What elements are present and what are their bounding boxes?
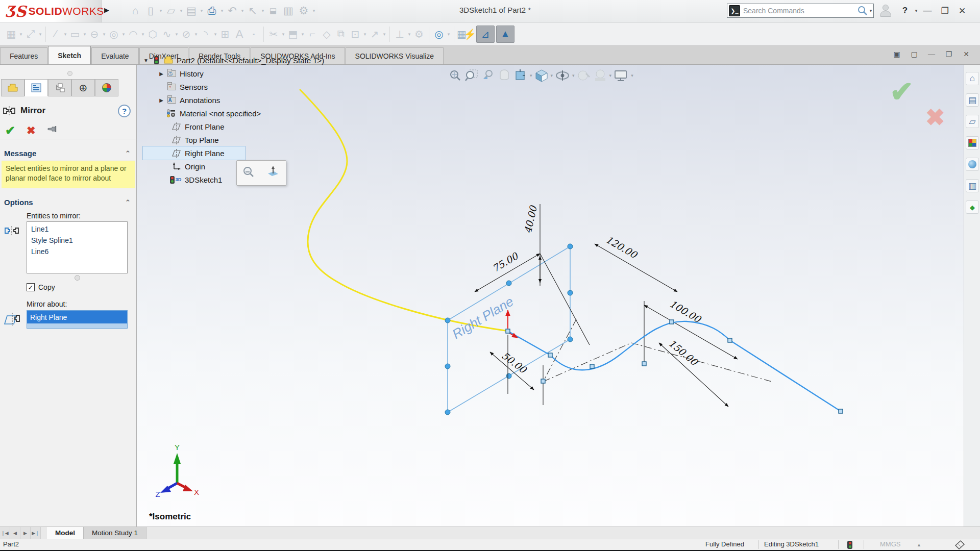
collapse-arrow-icon[interactable]: ▼: [143, 58, 149, 63]
move-entities-icon[interactable]: ↗: [368, 26, 382, 43]
tree-row-annotations[interactable]: ▶ A Annotations: [143, 93, 378, 107]
message-section-header[interactable]: Message⌃: [0, 146, 137, 160]
arc-icon[interactable]: ◠: [126, 26, 140, 43]
offset-entities-icon[interactable]: ⌐: [305, 26, 320, 43]
tab-dimxpertmanager[interactable]: ⊕: [71, 79, 95, 96]
tree-row-front-plane[interactable]: Front Plane: [143, 120, 378, 133]
sketch-fillet-icon[interactable]: ◝: [199, 26, 213, 43]
tab-motion-study[interactable]: Motion Study 1: [84, 527, 146, 539]
tab-configurationmanager[interactable]: [48, 79, 71, 96]
hide-show-dropdown-icon[interactable]: ▾: [572, 73, 575, 78]
status-tag-icon[interactable]: [953, 539, 966, 551]
custom-properties-icon[interactable]: ▥: [966, 179, 979, 192]
scroll-first-icon[interactable]: ❘◀: [0, 527, 10, 539]
units-caret-icon[interactable]: ▲: [917, 542, 921, 547]
help-icon[interactable]: ?: [896, 3, 914, 18]
plane-icon[interactable]: ⊞: [218, 26, 232, 43]
zoom-to-fit-icon[interactable]: [448, 68, 462, 83]
cancel-button[interactable]: ✖: [27, 124, 36, 137]
tab-model[interactable]: Model: [47, 527, 84, 539]
tab-propertymanager[interactable]: [24, 79, 48, 96]
convert-entities-icon[interactable]: ⬒: [286, 26, 300, 43]
tree-row-top-plane[interactable]: Top Plane: [143, 133, 378, 146]
select-dropdown-icon[interactable]: ▾: [260, 8, 265, 13]
doc-minimize-icon[interactable]: —: [925, 48, 938, 60]
expand-arrow-icon[interactable]: ▶: [158, 97, 164, 103]
repair-sketch-icon[interactable]: ⚙: [412, 26, 426, 43]
status-units[interactable]: MMGS: [880, 540, 900, 548]
view-palette-icon[interactable]: [966, 136, 979, 149]
display-style-dropdown-icon[interactable]: ▾: [551, 73, 553, 78]
list-item[interactable]: Line1: [31, 223, 123, 235]
point-icon[interactable]: ▪: [247, 26, 261, 43]
solidworks-forum-icon[interactable]: ◆: [966, 201, 979, 214]
search-input[interactable]: [743, 7, 857, 15]
sketch-points[interactable]: [506, 320, 843, 413]
undo-icon[interactable]: ↶: [225, 2, 240, 19]
previous-view-icon[interactable]: [481, 68, 495, 83]
collapse-chevron-icon[interactable]: ⌃: [125, 198, 131, 206]
spline-icon[interactable]: ∿: [160, 26, 174, 43]
display-style-icon[interactable]: [534, 68, 549, 83]
scroll-prev-icon[interactable]: ◀: [10, 527, 20, 539]
normal-to-icon[interactable]: [266, 165, 280, 181]
expand-arrow-icon[interactable]: ▶: [158, 71, 164, 77]
open-dropdown-icon[interactable]: ▾: [179, 8, 184, 13]
straight-slot-icon[interactable]: ⊖: [87, 26, 102, 43]
print-icon[interactable]: ⎙: [204, 2, 219, 19]
pin-button[interactable]: [47, 125, 59, 136]
solidworks-resources-icon[interactable]: ⌂: [966, 72, 979, 85]
save-dropdown-icon[interactable]: ▾: [199, 8, 204, 13]
tab-sketch[interactable]: Sketch: [48, 46, 91, 64]
print-dropdown-icon[interactable]: ▾: [219, 8, 225, 13]
sketch-picture-icon[interactable]: ▦⚡: [457, 26, 476, 43]
linear-sketch-pattern-icon[interactable]: ⊡: [348, 26, 362, 43]
appearances-scenes-icon[interactable]: [966, 158, 979, 171]
open-icon[interactable]: ▱: [163, 2, 179, 19]
quick-snaps-icon[interactable]: ◎: [432, 26, 446, 43]
design-library-icon[interactable]: ▤: [966, 93, 979, 107]
tree-row-part[interactable]: ▼ Part2 (Default<<Default>_Display State…: [143, 54, 378, 67]
home-icon[interactable]: ⌂: [128, 2, 143, 19]
zoom-to-area-icon[interactable]: [464, 68, 479, 83]
list-resize-grip[interactable]: [75, 275, 80, 281]
dim-120[interactable]: 120.00: [604, 234, 640, 261]
tree-part-label[interactable]: Part2 (Default<<Default>_Display State 1…: [177, 56, 324, 65]
restore-button[interactable]: ❐: [936, 3, 953, 18]
help-dropdown-icon[interactable]: ▾: [914, 8, 919, 13]
tab-evaluate[interactable]: Evaluate: [91, 47, 138, 64]
display-delete-relations-icon[interactable]: ⊥: [393, 26, 407, 43]
dim-75[interactable]: 75.00: [490, 250, 521, 274]
search-dropdown-icon[interactable]: ▾: [868, 8, 873, 13]
list-item[interactable]: Line6: [31, 246, 123, 257]
search-commands-box[interactable]: ❯_ ▾: [727, 4, 874, 18]
tree-row-sensors[interactable]: ◔ Sensors: [143, 80, 378, 93]
view-settings-dropdown-icon[interactable]: ▾: [631, 73, 633, 78]
hide-show-items-icon[interactable]: [555, 68, 570, 83]
doc-window-icon[interactable]: ▢: [908, 48, 921, 60]
confirmation-ok-icon[interactable]: ✔: [890, 78, 914, 106]
tab-features[interactable]: Features: [0, 47, 47, 64]
apply-scene-dropdown-icon[interactable]: ▾: [609, 73, 612, 78]
panel-grip-icon[interactable]: [67, 71, 72, 76]
menu-flyout-arrow-icon[interactable]: ▶: [104, 6, 109, 14]
apply-scene-icon[interactable]: [593, 68, 607, 83]
scroll-last-icon[interactable]: ▶❘: [31, 527, 41, 539]
search-magnifier-icon[interactable]: [857, 5, 868, 16]
properties-list-icon[interactable]: ▥: [281, 2, 296, 19]
view-orientation-dropdown-icon[interactable]: ▾: [530, 73, 532, 78]
mirror-about-field[interactable]: Right Plane: [27, 310, 128, 329]
undo-dropdown-icon[interactable]: ▾: [240, 8, 245, 13]
smart-dimension-icon[interactable]: ⤢: [23, 26, 38, 43]
ellipse-icon[interactable]: ⊘: [179, 26, 193, 43]
corner-rectangle-icon[interactable]: ▭: [68, 26, 82, 43]
confirmation-cancel-icon[interactable]: ✖: [925, 106, 945, 129]
trim-entities-icon[interactable]: ✂: [266, 26, 281, 43]
tree-row-material[interactable]: Material <not specified>: [143, 107, 378, 120]
tree-row-right-plane-selected[interactable]: Right Plane: [143, 146, 245, 160]
line-icon[interactable]: ∕: [48, 26, 63, 43]
view-settings-icon[interactable]: [614, 68, 629, 83]
shaded-sketch-contours-icon[interactable]: ▲: [496, 26, 514, 43]
section-view-icon[interactable]: [497, 68, 511, 83]
scroll-next-icon[interactable]: ▶: [20, 527, 31, 539]
